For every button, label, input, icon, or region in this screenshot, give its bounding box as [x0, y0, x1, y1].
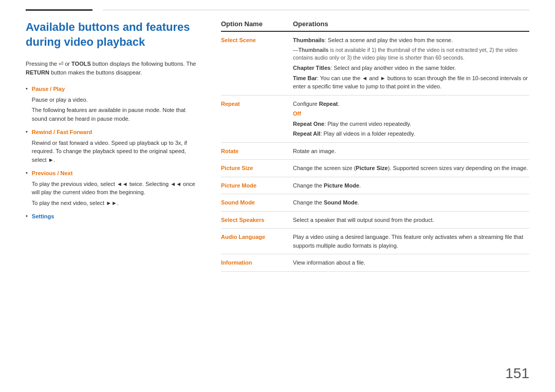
row-select-scene: Select Scene Thumbnails: Select a scene …: [221, 32, 529, 96]
top-bar-left-line: [26, 9, 92, 11]
bullet-content-settings: Settings: [32, 212, 54, 221]
option-select-scene: Select Scene: [221, 36, 293, 43]
row-rotate: Rotate Rotate an image.: [221, 143, 529, 160]
ops-picture-mode: Change the Picture Mode.: [293, 181, 529, 190]
row-picture-mode: Picture Mode Change the Picture Mode.: [221, 177, 529, 195]
ops-sound-mode: Change the Sound Mode.: [293, 198, 529, 207]
top-bar: [0, 0, 555, 11]
bullet-rewind: • Rewind / Fast Forward Rewind or fast f…: [26, 128, 200, 164]
page-container: Available buttons and features during vi…: [0, 0, 555, 392]
bullet-dot: •: [26, 85, 28, 91]
right-panel: Option Name Operations Select Scene Thum…: [221, 15, 529, 392]
col-header-option: Option Name: [221, 20, 293, 28]
intro-text: Pressing the ⏎ or TOOLS button displays …: [26, 60, 200, 77]
bullet-section: • Pause / Play Pause or play a video. Th…: [26, 85, 200, 221]
bullet-dot-settings: •: [26, 213, 28, 219]
title-line1: Available buttons and features: [26, 21, 190, 33]
table-header: Option Name Operations: [221, 20, 529, 32]
option-rotate: Rotate: [221, 147, 293, 154]
page-number: 151: [505, 365, 529, 382]
col-header-operations: Operations: [293, 20, 529, 28]
ops-information: View information about a file.: [293, 258, 529, 267]
row-repeat: Repeat Configure Repeat. Off Repeat One:…: [221, 96, 529, 143]
bullet-dot-prev: •: [26, 170, 28, 176]
ops-select-scene: Thumbnails: Select a scene and play the …: [293, 36, 529, 91]
option-information: Information: [221, 258, 293, 266]
bullet-title-pause: Pause / Play: [32, 86, 65, 92]
pause-note: The following features are available in …: [32, 106, 200, 123]
bullet-pause-play: • Pause / Play Pause or play a video. Th…: [26, 85, 200, 123]
rewind-desc: Rewind or fast forward a video. Speed up…: [32, 139, 200, 164]
next-desc: To play the next video, select ►►.: [32, 199, 200, 208]
ops-picture-size: Change the screen size (Picture Size). S…: [293, 164, 529, 173]
bullet-prev-next: • Previous / Next To play the previous v…: [26, 169, 200, 207]
bullet-content-rewind: Rewind / Fast Forward Rewind or fast for…: [32, 128, 200, 164]
bullet-title-rewind: Rewind / Fast Forward: [32, 129, 92, 135]
pause-desc: Pause or play a video.: [32, 96, 200, 104]
bullet-settings: • Settings: [26, 212, 200, 221]
ops-rotate: Rotate an image.: [293, 147, 529, 156]
content-area: Available buttons and features during vi…: [0, 15, 555, 392]
row-sound-mode: Sound Mode Change the Sound Mode.: [221, 194, 529, 212]
title-line2: during video playback: [26, 35, 145, 48]
ops-audio-language: Play a video using a desired language. T…: [293, 233, 529, 250]
prev-desc: To play the previous video, select ◄◄ tw…: [32, 180, 200, 197]
option-repeat: Repeat: [221, 100, 293, 107]
option-picture-size: Picture Size: [221, 164, 293, 171]
row-information: Information View information about a fil…: [221, 254, 529, 272]
bullet-title-prev: Previous / Next: [32, 170, 72, 176]
left-panel: Available buttons and features during vi…: [26, 15, 200, 392]
bullet-title-settings: Settings: [32, 213, 54, 219]
option-sound-mode: Sound Mode: [221, 198, 293, 206]
bullet-content-prev: Previous / Next To play the previous vid…: [32, 169, 200, 207]
row-select-speakers: Select Speakers Select a speaker that wi…: [221, 212, 529, 229]
option-audio-language: Audio Language: [221, 233, 293, 240]
bullet-content-pause: Pause / Play Pause or play a video. The …: [32, 85, 200, 123]
option-select-speakers: Select Speakers: [221, 216, 293, 223]
ops-repeat: Configure Repeat. Off Repeat One: Play t…: [293, 100, 529, 138]
ops-select-speakers: Select a speaker that will output sound …: [293, 216, 529, 225]
bullet-dot-rewind: •: [26, 128, 28, 135]
page-title: Available buttons and features during vi…: [26, 20, 200, 49]
top-bar-right-line: [103, 10, 529, 10]
row-audio-language: Audio Language Play a video using a desi…: [221, 229, 529, 254]
row-picture-size: Picture Size Change the screen size (Pic…: [221, 160, 529, 177]
option-picture-mode: Picture Mode: [221, 181, 293, 189]
